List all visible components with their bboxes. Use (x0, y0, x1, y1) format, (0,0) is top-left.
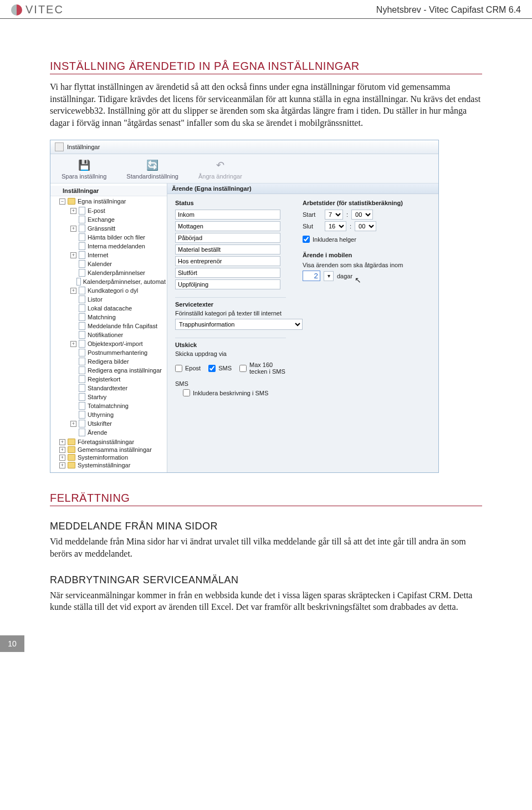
sms-inc-label: Inkludera beskrivning i SMS (193, 390, 268, 396)
chevron-down-icon[interactable]: ▾ (324, 271, 334, 281)
mobile-days-input[interactable] (303, 271, 320, 281)
tree-item[interactable]: Kalenderpåminnelser, automat (62, 277, 167, 286)
helg-label: Inkludera helger (313, 236, 356, 243)
settings-tree[interactable]: Inställningar −Egna inställningar +E-pos… (50, 184, 167, 472)
window-title: Inställningar (67, 144, 100, 150)
include-holidays-checkbox[interactable]: Inkludera helger (303, 236, 430, 243)
expand-icon[interactable]: + (59, 462, 65, 468)
tree-item[interactable]: +Internet (62, 251, 167, 259)
undo-button[interactable]: ↶ Ångra ändringar (198, 159, 242, 180)
page-icon (79, 233, 85, 241)
tree-item[interactable]: Kalenderpåminnelser (62, 268, 167, 277)
page-icon (79, 393, 85, 401)
folder-icon (68, 198, 75, 205)
uts-max-checkbox[interactable]: Max 160 tecken i SMS (239, 361, 286, 375)
tree-item-label: Objektexport/-import (88, 340, 143, 347)
tree-item[interactable]: Exchange (62, 215, 167, 224)
expand-icon[interactable]: + (70, 421, 76, 427)
start-min-select[interactable]: 00 (351, 210, 373, 220)
page-icon (79, 216, 85, 223)
tree-item[interactable]: Redigera bilder (62, 357, 167, 366)
page-icon (79, 260, 85, 268)
sms-include-checkbox[interactable]: Inkludera beskrivning i SMS (183, 389, 286, 396)
tree-item[interactable]: Hämta bilder och filer (62, 233, 167, 242)
svc-category-select[interactable]: Trapphusinformation (175, 319, 303, 330)
slut-label: Slut (303, 223, 321, 230)
status-field[interactable] (175, 210, 280, 220)
status-field[interactable] (175, 268, 280, 278)
expand-icon[interactable]: + (59, 455, 65, 461)
page-icon (79, 375, 85, 383)
tree-item-label: Redigera bilder (88, 358, 129, 365)
sub2-body: När serviceanmälningar kommer in från en… (50, 589, 482, 613)
uts-sms-label: SMS (218, 365, 232, 371)
tree-item[interactable]: Postnummerhantering (62, 348, 167, 357)
default-settings-button[interactable]: 🔄 Standardinställning (126, 159, 178, 180)
folder-icon (68, 439, 75, 445)
section-heading-settings: INSTÄLLNING ÄRENDETID IN PÅ EGNA INSTÄLL… (50, 60, 482, 74)
page-icon (79, 269, 85, 277)
expand-icon[interactable]: + (70, 341, 76, 347)
expand-icon[interactable]: + (70, 226, 76, 232)
uts-epost-checkbox[interactable]: Epost (175, 365, 201, 372)
uts-sms-checkbox[interactable]: SMS (208, 365, 232, 372)
tree-item[interactable]: Listor (62, 295, 167, 304)
start-hour-select[interactable]: 7 (325, 210, 343, 220)
tree-item[interactable]: Notifikationer (62, 330, 167, 339)
tree-node-sysinst[interactable]: +Systeminställningar (56, 461, 167, 469)
tree-root[interactable]: Inställningar (50, 186, 167, 196)
page-header: VITEC Nyhetsbrev - Vitec Capifast CRM 6.… (0, 0, 532, 19)
tree-item[interactable]: Uthyrning (62, 410, 167, 419)
save-settings-button[interactable]: 💾 Spara inställning (62, 159, 106, 180)
tree-label: Företagsinställningar (78, 439, 134, 445)
expand-icon[interactable]: + (70, 252, 76, 258)
tree-item[interactable]: Lokal datacache (62, 304, 167, 313)
section1-body: Vi har flyttat inställningen av ärendeti… (50, 81, 482, 129)
slut-hour-select[interactable]: 16 (325, 221, 346, 231)
status-field[interactable] (175, 279, 280, 289)
expand-icon[interactable]: + (59, 439, 65, 445)
page-icon (79, 402, 85, 410)
sub2-title: RADBRYTNINGAR SERVICEANMÄLAN (50, 574, 482, 586)
collapse-icon[interactable]: − (59, 198, 65, 205)
logo-mark-icon (11, 4, 22, 16)
toolbar: 💾 Spara inställning 🔄 Standardinställnin… (50, 154, 438, 184)
tree-item[interactable]: Meddelande från Capifast (62, 322, 167, 330)
tree-node-egna[interactable]: −Egna inställningar (56, 197, 167, 205)
tree-item[interactable]: Startvy (62, 393, 167, 401)
tree-item-label: Matchning (88, 314, 116, 320)
tree-item[interactable]: +Objektexport/-import (62, 339, 167, 348)
tree-item[interactable]: Ärende (62, 428, 167, 437)
status-field[interactable] (175, 244, 280, 254)
tree-item[interactable]: Matchning (62, 313, 167, 322)
tree-item[interactable]: Registerkort (62, 375, 167, 384)
tree-item[interactable]: +E-post (62, 206, 167, 215)
status-field[interactable] (175, 221, 280, 231)
tree-item[interactable]: Standardtexter (62, 384, 167, 393)
status-field[interactable] (175, 256, 280, 266)
expand-icon[interactable]: + (70, 288, 76, 294)
tree-node-foretag[interactable]: +Företagsinställningar (56, 438, 167, 446)
tree-item[interactable]: Redigera egna inställningar (62, 366, 167, 375)
status-field[interactable] (175, 233, 280, 243)
sub1-body: Vid meddelande från Mina sidor har vi än… (50, 536, 482, 559)
tree-root-label: Inställningar (63, 187, 99, 194)
tree-item[interactable]: +Gränssnitt (62, 224, 167, 233)
tree-item[interactable]: Totalmatchning (62, 401, 167, 410)
expand-icon[interactable]: + (70, 208, 76, 214)
tree-item-label: Uthyrning (88, 411, 114, 418)
tree-item[interactable]: Interna meddelanden (62, 242, 167, 251)
tree-item-label: Kalenderpåminnelser (88, 269, 145, 276)
tree-node-gemensamma[interactable]: +Gemensamma inställningar (56, 446, 167, 454)
tree-item[interactable]: +Utskrifter (62, 419, 167, 428)
slut-min-select[interactable]: 00 (355, 221, 376, 231)
mobile-title: Ärende i mobilen (303, 252, 430, 258)
page-icon (79, 296, 85, 303)
tree-item-label: Meddelande från Capifast (88, 323, 157, 329)
tree-item-label: Standardtexter (88, 385, 127, 391)
tree-item[interactable]: +Kundkategori o dyl (62, 286, 167, 295)
expand-icon[interactable]: + (59, 447, 65, 453)
tree-node-sysinfo[interactable]: +Systeminformation (56, 454, 167, 461)
tree-item[interactable]: Kalender (62, 259, 167, 268)
page-icon (79, 207, 85, 215)
